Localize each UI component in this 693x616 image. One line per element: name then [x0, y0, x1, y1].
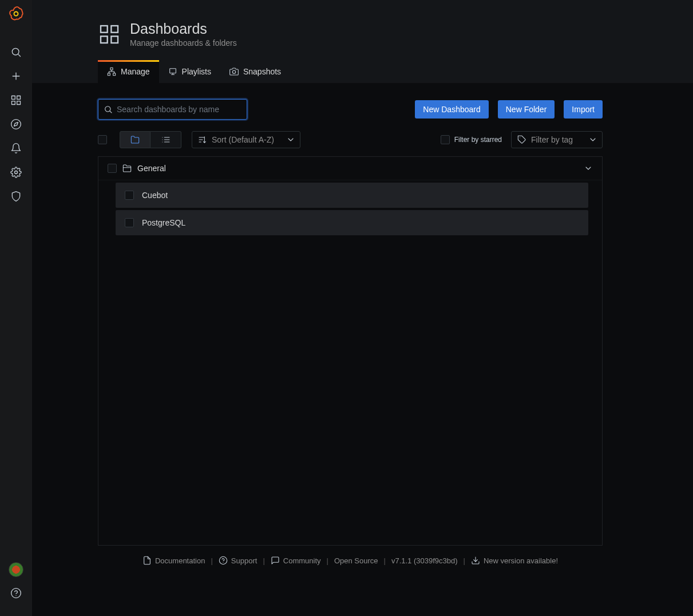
- svg-point-34: [219, 556, 227, 564]
- tab-label: Playlists: [182, 67, 211, 76]
- grafana-logo[interactable]: [8, 6, 24, 23]
- filter-starred-label: Filter by starred: [454, 136, 502, 144]
- folder-open-icon: [122, 164, 132, 173]
- svg-rect-20: [113, 73, 116, 76]
- grafana-logo-icon: [8, 6, 24, 22]
- svg-marker-10: [14, 123, 18, 127]
- tab-label: Manage: [121, 67, 150, 76]
- chat-icon: [271, 556, 280, 565]
- svg-rect-16: [101, 36, 108, 43]
- dashboard-row[interactable]: PostgreSQL: [116, 210, 588, 235]
- svg-rect-18: [110, 68, 113, 70]
- folder-checkbox[interactable]: [108, 164, 117, 173]
- search-icon: [104, 105, 113, 114]
- footer-support[interactable]: Support: [219, 556, 258, 565]
- dashboard-row[interactable]: Cuebot: [116, 183, 588, 208]
- list-view-toggle[interactable]: [151, 131, 181, 148]
- chevron-down-icon: [286, 135, 295, 144]
- sort-icon: [198, 135, 207, 144]
- sitemap-icon: [107, 67, 116, 76]
- svg-rect-14: [101, 26, 108, 33]
- svg-rect-15: [111, 26, 118, 33]
- import-button[interactable]: Import: [564, 100, 603, 119]
- new-folder-button[interactable]: New Folder: [498, 100, 555, 119]
- side-nav: [0, 0, 32, 616]
- tab-playlists[interactable]: Playlists: [159, 60, 220, 83]
- page-subtitle: Manage dashboards & folders: [130, 38, 237, 48]
- footer-documentation[interactable]: Documentation: [142, 556, 205, 565]
- page-title: Dashboards: [130, 21, 237, 37]
- create-nav-icon[interactable]: [10, 70, 22, 82]
- search-input[interactable]: [98, 99, 247, 120]
- svg-point-11: [15, 171, 18, 174]
- dashboard-checkbox[interactable]: [125, 218, 134, 227]
- shield-nav-icon[interactable]: [10, 191, 22, 202]
- dashboard-list-panel: General Cuebot PostgreSQL: [98, 156, 603, 546]
- dashboard-checkbox[interactable]: [125, 191, 134, 200]
- svg-rect-5: [12, 96, 15, 100]
- tab-label: Snapshots: [243, 67, 281, 76]
- svg-point-9: [11, 120, 21, 129]
- chevron-down-icon[interactable]: [584, 164, 593, 173]
- tag-placeholder: Filter by tag: [531, 135, 573, 144]
- folder-row[interactable]: General: [98, 157, 602, 180]
- svg-rect-8: [17, 101, 21, 105]
- dashboard-name: PostgreSQL: [142, 218, 185, 227]
- svg-point-0: [14, 12, 18, 16]
- tab-snapshots[interactable]: Snapshots: [220, 60, 290, 83]
- svg-point-24: [232, 70, 235, 73]
- download-icon: [471, 556, 480, 565]
- filter-starred-checkbox[interactable]: [441, 135, 450, 144]
- svg-rect-17: [111, 36, 118, 43]
- question-icon: [219, 556, 228, 565]
- settings-nav-icon[interactable]: [10, 167, 22, 178]
- footer-update[interactable]: New version available!: [471, 556, 558, 565]
- new-dashboard-button[interactable]: New Dashboard: [415, 100, 488, 119]
- footer-edition[interactable]: Open Source: [334, 556, 378, 565]
- playlist-icon: [168, 67, 177, 76]
- svg-rect-19: [108, 73, 110, 76]
- dashboards-nav-icon[interactable]: [10, 94, 22, 106]
- footer-community[interactable]: Community: [271, 556, 321, 565]
- svg-line-2: [18, 54, 21, 57]
- select-all-checkbox[interactable]: [98, 135, 107, 144]
- camera-icon: [229, 67, 239, 76]
- main-content: Dashboards Manage dashboards & folders M…: [32, 0, 693, 616]
- sort-label: Sort (Default A-Z): [212, 135, 274, 144]
- dashboards-page-icon: [98, 23, 121, 46]
- svg-rect-6: [17, 96, 21, 100]
- dashboard-name: Cuebot: [142, 191, 168, 200]
- explore-nav-icon[interactable]: [10, 119, 22, 130]
- footer: Documentation | Support | Community | Op…: [98, 556, 603, 565]
- folder-icon: [130, 135, 140, 144]
- tag-filter-select[interactable]: Filter by tag: [511, 131, 603, 148]
- svg-line-26: [110, 111, 112, 113]
- svg-point-25: [105, 106, 110, 112]
- svg-point-12: [11, 589, 21, 598]
- sort-select[interactable]: Sort (Default A-Z): [192, 131, 300, 148]
- svg-rect-7: [12, 101, 15, 105]
- svg-rect-21: [169, 69, 176, 73]
- tabs: Manage Playlists Snapshots: [98, 60, 601, 83]
- footer-version: v7.1.1 (3039f9c3bd): [391, 556, 458, 565]
- tag-icon: [517, 135, 526, 144]
- chevron-down-icon: [588, 135, 597, 144]
- search-nav-icon[interactable]: [10, 46, 22, 58]
- svg-point-1: [12, 48, 19, 55]
- folder-name: General: [137, 164, 166, 173]
- user-avatar[interactable]: [9, 562, 23, 577]
- tab-manage[interactable]: Manage: [98, 60, 159, 83]
- folder-view-toggle[interactable]: [120, 131, 151, 148]
- list-icon: [161, 135, 171, 144]
- help-nav-icon[interactable]: [10, 587, 22, 599]
- document-icon: [142, 556, 152, 565]
- alerting-nav-icon[interactable]: [10, 143, 22, 154]
